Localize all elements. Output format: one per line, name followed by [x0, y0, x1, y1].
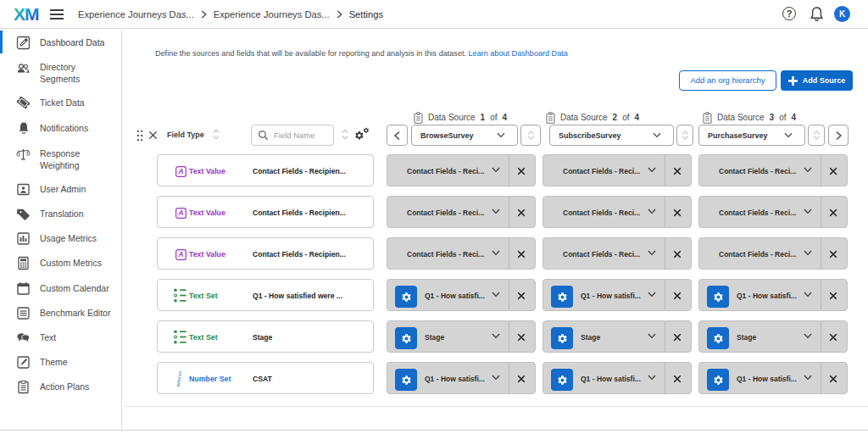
svg-text:A: A: [177, 167, 183, 175]
svg-text:A: A: [177, 209, 183, 217]
svg-text:A: A: [177, 250, 183, 259]
svg-text:3: 3: [177, 381, 181, 387]
svg-text:XM: XM: [14, 4, 39, 23]
